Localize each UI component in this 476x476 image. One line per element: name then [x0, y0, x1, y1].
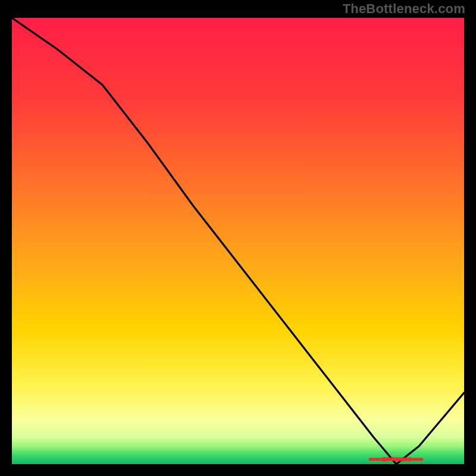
optimum-marker: OPTIMUM — [382, 456, 411, 463]
svg-rect-0 — [12, 18, 464, 464]
plot-area: OPTIMUM — [12, 18, 464, 464]
watermark-text: TheBottleneck.com — [343, 1, 465, 17]
chart-stage: TheBottleneck.com OPTIMUM — [0, 0, 476, 476]
chart-svg — [12, 18, 464, 464]
